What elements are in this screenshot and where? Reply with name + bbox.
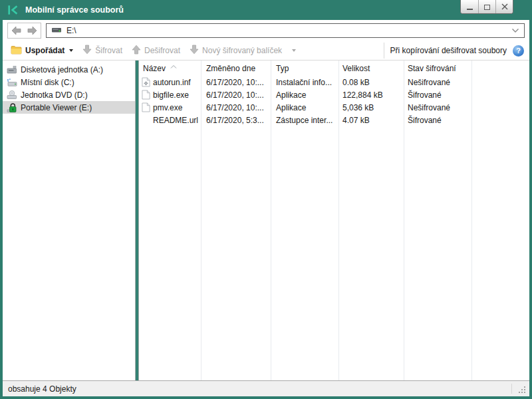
- file-encryption-status: Šifrované: [404, 88, 471, 101]
- nav-buttons: [7, 23, 41, 39]
- column-header-label: Typ: [276, 64, 289, 73]
- decrypt-label: Dešifrovat: [144, 46, 180, 55]
- sidebar-item-drive-a[interactable]: Disketová jednotka (A:): [3, 63, 135, 76]
- file-row-autorun[interactable]: autorun.inf 6/17/2020, 10:... Instalační…: [139, 76, 529, 88]
- file-type: Zástupce inter...: [271, 114, 338, 126]
- drive-icon: [51, 25, 62, 37]
- file-row-readme[interactable]: README.url 6/17/2020, 5:3... Zástupce in…: [139, 114, 529, 126]
- main-area: Disketová jednotka (A:) Místní disk (C:)…: [3, 61, 529, 380]
- column-separator: [201, 61, 201, 380]
- dvd-drive-icon: [6, 90, 17, 100]
- file-modified: 6/17/2020, 10:...: [201, 76, 271, 88]
- new-package-dropdown-icon: [292, 49, 296, 52]
- file-size: 122,884 kB: [338, 88, 404, 101]
- app-window: Mobilní správce souborů E:\: [0, 0, 532, 399]
- forward-arrow-icon: [27, 25, 37, 36]
- decrypt-on-copy-label[interactable]: Při kopírování dešifrovat soubory: [390, 46, 507, 55]
- encrypt-arrow-icon: [82, 45, 92, 57]
- sidebar-item-drive-c[interactable]: Místní disk (C:): [3, 76, 135, 88]
- column-header-status[interactable]: Stav šifrování: [404, 61, 471, 76]
- minimize-button[interactable]: [461, 0, 478, 13]
- status-bar: obsahuje 4 Objekty: [3, 380, 529, 396]
- file-size: 5,036 kB: [338, 101, 404, 114]
- file-row-bigfile[interactable]: bigfile.exe 6/17/2020, 10:... Aplikace 1…: [139, 88, 529, 101]
- column-separator: [471, 61, 472, 380]
- hard-disk-icon: [6, 77, 17, 88]
- file-modified: 6/17/2020, 10:...: [201, 88, 271, 101]
- file-encryption-status: Šifrované: [404, 114, 471, 126]
- window-title: Mobilní správce souborů: [25, 5, 124, 15]
- folder-icon: [11, 45, 22, 57]
- column-header-type[interactable]: Typ: [271, 61, 338, 76]
- organize-label: Uspořádat: [25, 46, 65, 55]
- sidebar-item-label: Portable Viewer (E:): [21, 103, 92, 112]
- file-name: bigfile.exe: [153, 90, 189, 100]
- maximize-button[interactable]: [478, 0, 495, 13]
- toolbar-separator: [384, 43, 384, 59]
- file-name: autorun.inf: [153, 78, 191, 87]
- column-header-row: Název Změněno dne Typ Velikost Stav šifr…: [139, 61, 529, 76]
- status-text: obsahuje 4 Objekty: [8, 384, 76, 394]
- file-type: Aplikace: [271, 101, 338, 114]
- column-header-size[interactable]: Velikost: [338, 61, 404, 76]
- titlebar[interactable]: Mobilní správce souborů: [0, 0, 532, 20]
- file-size: 4.07 kB: [338, 114, 404, 126]
- navigation-bar: E:\: [3, 20, 529, 41]
- config-file-icon: [140, 77, 151, 87]
- toolbar-right: Při kopírování dešifrovat soubory ?: [384, 43, 525, 59]
- file-type: Aplikace: [271, 88, 338, 101]
- resize-grip-icon[interactable]: [519, 386, 526, 394]
- new-package-label: Nový šifrovaný balíček: [202, 46, 282, 55]
- decrypt-arrow-icon: [132, 45, 141, 57]
- organize-dropdown-icon: [69, 49, 73, 52]
- address-bar[interactable]: E:\: [46, 23, 525, 38]
- file-list: Název Změněno dne Typ Velikost Stav šifr…: [139, 61, 529, 380]
- address-dropdown-icon[interactable]: [511, 28, 519, 33]
- column-header-name[interactable]: Název: [139, 61, 201, 76]
- new-encrypted-package-button[interactable]: Nový šifrovaný balíček: [186, 43, 300, 59]
- column-separator: [404, 61, 404, 380]
- kaspersky-logo-icon: [7, 4, 19, 16]
- sidebar-item-label: Místní disk (C:): [21, 78, 74, 87]
- drive-list: Disketová jednotka (A:) Místní disk (C:)…: [3, 61, 135, 380]
- column-separator: [271, 61, 271, 380]
- maximize-icon: [484, 5, 490, 10]
- file-modified: 6/17/2020, 10:...: [201, 101, 271, 114]
- toolbar: Uspořádat Šifrovat Dešifrovat Nový šif: [3, 41, 529, 61]
- column-header-label: Velikost: [342, 64, 370, 73]
- locked-drive-icon: [6, 102, 17, 113]
- back-button[interactable]: [11, 25, 22, 36]
- sidebar-item-drive-e[interactable]: Portable Viewer (E:): [3, 101, 135, 114]
- sidebar-item-drive-d[interactable]: Jednotka DVD (D:): [3, 88, 135, 101]
- file-name: README.url: [153, 116, 198, 125]
- encrypt-button[interactable]: Šifrovat: [78, 43, 126, 59]
- floppy-drive-icon: [6, 65, 17, 75]
- sidebar-item-label: Jednotka DVD (D:): [21, 90, 88, 100]
- forward-button[interactable]: [27, 25, 37, 36]
- sidebar-item-label: Disketová jednotka (A:): [21, 65, 103, 74]
- column-header-label: Změněno dne: [206, 64, 255, 73]
- file-name: pmv.exe: [153, 103, 182, 112]
- file-modified: 6/17/2020, 5:3...: [201, 114, 271, 126]
- decrypt-button[interactable]: Dešifrovat: [128, 43, 184, 59]
- file-size: 0.08 kB: [338, 76, 404, 88]
- column-header-filler: [471, 61, 529, 76]
- window-content: E:\ Uspořádat Šifrovat: [3, 20, 529, 396]
- sort-ascending-icon: [170, 61, 177, 70]
- address-text: E:\: [66, 26, 76, 35]
- column-header-label: Stav šifrování: [408, 64, 456, 73]
- help-icon[interactable]: ?: [513, 45, 524, 57]
- new-package-arrow-icon: [190, 45, 199, 57]
- organize-button[interactable]: Uspořádat: [7, 43, 77, 59]
- minimize-icon: [467, 9, 473, 10]
- column-header-label: Název: [143, 64, 166, 73]
- file-encryption-status: Nešifrované: [404, 101, 471, 114]
- file-icon: [140, 90, 151, 100]
- status-bar-separator: [511, 384, 512, 394]
- close-button[interactable]: [495, 0, 513, 13]
- column-header-modified[interactable]: Změněno dne: [201, 61, 271, 76]
- file-encryption-status: Nešifrované: [404, 76, 471, 88]
- file-type: Instalační info...: [271, 76, 338, 88]
- file-row-pmv[interactable]: pmv.exe 6/17/2020, 10:... Aplikace 5,036…: [139, 101, 529, 114]
- encrypt-label: Šifrovat: [95, 46, 122, 55]
